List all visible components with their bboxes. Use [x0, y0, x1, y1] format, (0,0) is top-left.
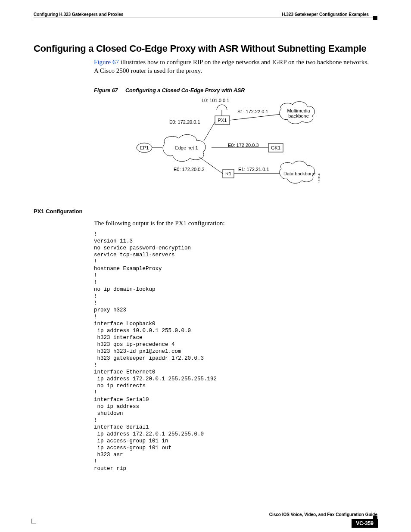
page-footer: Cisco IOS Voice, Video, and Fax Configur…: [34, 518, 377, 518]
label-px1: PX1: [218, 118, 227, 123]
px1-config-heading: PX1 Configuration: [34, 208, 377, 215]
figure-title: Configuring a Closed Co-Edge Proxy with …: [125, 87, 245, 93]
label-s1: S1: 172.22.0.1: [237, 109, 268, 114]
figure-caption: Figure 67 Configuring a Closed Co-Edge P…: [94, 87, 374, 93]
label-r1: R1: [225, 171, 231, 176]
config-output: ! version 11.3 no service password-encry…: [94, 231, 374, 472]
label-e0-gk: E0: 172.20.0.3: [228, 143, 259, 148]
label-ep1: EP1: [140, 145, 149, 150]
section-heading: Configuring a Closed Co-Edge Proxy with …: [34, 43, 377, 54]
svg-line-2: [230, 114, 281, 120]
label-multimedia-1: Multimedia: [287, 108, 310, 113]
figure-reference-link[interactable]: Figure 67: [94, 59, 119, 65]
network-diagram-icon: .lbl { font-family: Arial, Helvetica, sa…: [135, 97, 333, 187]
page-number: VC-359: [352, 519, 378, 528]
running-header-right: H.323 Gatekeeper Configuration Examples: [282, 12, 369, 17]
header-rule: H.323 Gatekeeper Configuration Examples: [34, 18, 377, 18]
label-e1-r1: E1: 172.21.0.1: [238, 167, 269, 172]
crop-mark-icon: [31, 519, 36, 523]
label-l0: L0: 101.0.0.1: [202, 98, 229, 103]
label-multimedia-2: backbone: [288, 113, 309, 118]
label-gk1: GK1: [271, 145, 280, 150]
intro-text: illustrates how to configure RIP on the …: [94, 59, 369, 74]
footer-rule: Cisco IOS Voice, Video, and Fax Configur…: [34, 518, 377, 518]
label-databackbone: Data backbone: [283, 171, 315, 176]
label-e0-px: E0: 172.20.0.1: [169, 119, 200, 124]
image-number: 11394: [317, 173, 321, 183]
px1-intro-text: The following output is for the PX1 conf…: [94, 219, 374, 227]
running-header: Configuring H.323 Gatekeepers and Proxie…: [34, 12, 377, 18]
label-e0-r1: E0: 172.20.0.2: [174, 167, 205, 172]
header-square-icon: [373, 16, 377, 20]
svg-line-5: [204, 122, 215, 141]
intro-paragraph: Figure 67 illustrates how to configure R…: [94, 58, 374, 75]
footer-title: Cisco IOS Voice, Video, and Fax Configur…: [269, 512, 377, 517]
label-edgenet: Edge net 1: [175, 145, 198, 150]
figure-number: Figure 67: [94, 87, 118, 93]
